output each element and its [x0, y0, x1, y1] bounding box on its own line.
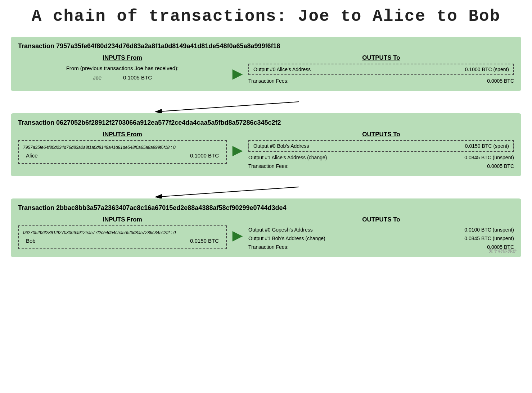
outputs-header-1: OUTPUTS To — [248, 131, 514, 138]
output-box-1-0: Output #0 Bob’s Address0.0150 BTC (spent… — [248, 140, 514, 152]
transaction-box-2: Transaction 2bbac8bb3a57a2363407ac8c16a6… — [11, 198, 521, 257]
svg-line-1 — [155, 102, 299, 112]
transaction-box-0: Transaction 7957a35fe64f80d234d76d83a2a8… — [11, 37, 521, 91]
output-label-0-0: Output #0 Alice’s Address — [253, 67, 311, 72]
inputs-amount-1: 0.1000 BTC — [190, 151, 219, 160]
output-box-0-0: Output #0 Alice’s Address0.1000 BTC (spe… — [248, 64, 514, 75]
inputs-ref-1: 7957a35fe64f80d234d76d83a2a8f1a0d8149a41… — [23, 144, 222, 151]
arrow-1: ► — [227, 131, 248, 159]
fee-amount-1: 0.0005 BTC — [487, 163, 514, 169]
output-amount-1-1: 0.0845 BTC (unspent) — [464, 155, 514, 160]
arrow-0: ► — [227, 54, 248, 82]
inputs-box-2: 0627052b6f28912f2703066a912ea577f2ce4da4… — [18, 225, 227, 249]
inputs-sender-2: Bob — [26, 236, 36, 246]
fee-row-1: Transaction Fees:0.0005 BTC — [248, 162, 514, 169]
output-amount-2-1: 0.0845 BTC (unspent) — [464, 236, 514, 241]
inputs-header-0: INPUTS From — [18, 54, 227, 61]
outputs-header-2: OUTPUTS To — [248, 216, 514, 223]
tx-id-1: Transaction 0627052b6f28912f2703066a912e… — [18, 119, 514, 127]
inputs-amount-2: 0.0150 BTC — [190, 236, 219, 246]
inputs-box-1: 7957a35fe64f80d234d76d83a2a8f1a0d8149a41… — [18, 140, 227, 164]
svg-line-3 — [155, 187, 299, 197]
output-amount-1-0: 0.0150 BTC (spent) — [465, 143, 509, 149]
output-label-2-1: Output #1 Bob’s Address (change) — [248, 236, 325, 241]
inputs-amount-0: 0.1005 BTC — [123, 73, 152, 82]
fee-label-2: Transaction Fees: — [248, 244, 289, 250]
tx-id-0: Transaction 7957a35fe64f80d234d76d83a2a8… — [18, 42, 514, 50]
fee-row-0: Transaction Fees:0.0005 BTC — [248, 77, 514, 84]
inputs-header-1: INPUTS From — [18, 131, 227, 138]
inputs-ref-2: 0627052b6f28912f2703066a912ea577f2ce4da4… — [23, 229, 222, 236]
output-amount-0-0: 0.1000 BTC (spent) — [465, 67, 509, 72]
inputs-header-2: INPUTS From — [18, 216, 227, 223]
fee-label-1: Transaction Fees: — [248, 163, 289, 169]
fee-amount-0: 0.0005 BTC — [487, 78, 514, 84]
output-label-1-0: Output #0 Bob’s Address — [253, 143, 309, 149]
inputs-desc-0: From (previous transactions Joe has rece… — [18, 64, 227, 73]
fee-row-2: Transaction Fees:0.0005 BTC — [248, 243, 514, 250]
transaction-box-1: Transaction 0627052b6f28912f2703066a912e… — [11, 113, 521, 176]
outputs-header-0: OUTPUTS To — [248, 54, 514, 61]
output-amount-2-0: 0.0100 BTC (unspent) — [464, 227, 514, 233]
page-title: A chain of transactions: Joe to Alice to… — [11, 7, 521, 26]
inputs-sender-0: Joe — [93, 73, 102, 82]
output-label-2-0: Output #0 Gopesh’s Address — [248, 227, 313, 233]
inputs-sender-1: Alice — [26, 151, 38, 160]
output-row-2-0: Output #0 Gopesh’s Address0.0100 BTC (un… — [248, 225, 514, 234]
output-label-1-1: Output #1 Alice’s Address (change) — [248, 155, 327, 160]
output-row-2-1: Output #1 Bob’s Address (change)0.0845 B… — [248, 234, 514, 243]
watermark: 知乎@陈亦新 — [489, 248, 517, 254]
transactions-container: Transaction 7957a35fe64f80d234d76d83a2a8… — [11, 37, 521, 257]
arrow-2: ► — [227, 216, 248, 244]
output-row-1-1: Output #1 Alice’s Address (change)0.0845… — [248, 153, 514, 162]
fee-label-0: Transaction Fees: — [248, 78, 289, 84]
tx-id-2: Transaction 2bbac8bb3a57a2363407ac8c16a6… — [18, 204, 514, 212]
inputs-content-0: From (previous transactions Joe has rece… — [18, 64, 227, 82]
